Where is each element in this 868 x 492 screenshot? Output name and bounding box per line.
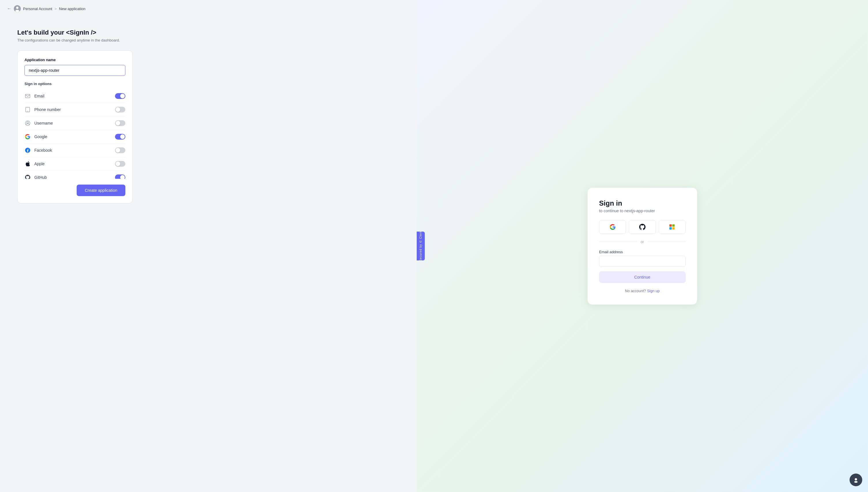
page-subtitle: The configurations can be changed anytim… xyxy=(17,38,399,42)
github-toggle[interactable] xyxy=(115,174,125,179)
email-address-label: Email address xyxy=(599,250,686,254)
chat-support-button[interactable] xyxy=(849,473,862,486)
microsoft-oauth-button[interactable] xyxy=(659,220,686,234)
microsoft-icon xyxy=(669,224,675,229)
svg-point-9 xyxy=(854,481,858,483)
apple-toggle[interactable] xyxy=(115,161,125,167)
phone-toggle[interactable] xyxy=(115,107,125,113)
svg-point-8 xyxy=(855,478,857,481)
signin-title: Sign in xyxy=(599,199,686,207)
phone-icon xyxy=(25,106,31,113)
left-panel: ← Personal Account > New application Let… xyxy=(0,0,417,492)
option-row-email: Email xyxy=(25,90,125,103)
continue-button[interactable]: Continue xyxy=(599,271,686,283)
oauth-buttons xyxy=(599,220,686,234)
google-oauth-button[interactable] xyxy=(599,220,626,234)
or-divider: or xyxy=(599,240,686,244)
back-button[interactable]: ← xyxy=(7,6,11,11)
github-label: GitHub xyxy=(34,175,47,179)
signin-options-label: Sign in options xyxy=(25,82,125,86)
facebook-toggle[interactable] xyxy=(115,147,125,153)
apple-icon xyxy=(25,161,31,167)
option-row-phone: Phone number xyxy=(25,103,125,117)
username-label: Username xyxy=(34,121,53,125)
github-icon xyxy=(25,174,31,179)
svg-point-6 xyxy=(27,122,29,123)
sign-up-link[interactable]: Sign up xyxy=(647,289,660,293)
facebook-icon xyxy=(25,147,31,153)
username-icon xyxy=(25,120,31,126)
or-text: or xyxy=(641,240,644,244)
google-toggle[interactable] xyxy=(115,134,125,140)
apple-label: Apple xyxy=(34,162,45,166)
config-card: Application name Sign in options Email xyxy=(17,50,133,203)
svg-rect-3 xyxy=(25,94,30,98)
option-row-username: Username xyxy=(25,117,125,130)
options-list: Email Phone number xyxy=(25,90,125,179)
clerk-ribbon: Secured by ∈ Clerk xyxy=(417,231,425,261)
signin-preview-card: Sign in to continue to nextjs-app-router xyxy=(587,188,697,304)
app-name-label: Application name xyxy=(25,58,125,62)
email-toggle[interactable] xyxy=(115,93,125,99)
new-app-label: New application xyxy=(59,7,86,11)
option-row-apple: Apple xyxy=(25,157,125,171)
right-panel: Secured by ∈ Clerk Sign in to continue t… xyxy=(417,0,868,492)
svg-point-1 xyxy=(16,7,19,9)
username-toggle[interactable] xyxy=(115,120,125,126)
email-icon xyxy=(25,93,31,99)
email-address-input[interactable] xyxy=(599,256,686,267)
clerk-ribbon-text: Secured by ∈ Clerk xyxy=(419,231,422,261)
create-application-button[interactable]: Create application xyxy=(77,184,125,196)
facebook-label: Facebook xyxy=(34,148,52,152)
page-title: Let's build your <SignIn /> xyxy=(17,29,399,36)
breadcrumb-separator: > xyxy=(54,7,57,11)
app-name-input[interactable] xyxy=(25,65,125,76)
svg-point-2 xyxy=(15,10,19,12)
email-label: Email xyxy=(34,94,44,98)
option-row-github: GitHub xyxy=(25,171,125,179)
option-row-facebook: Facebook xyxy=(25,144,125,157)
google-label: Google xyxy=(34,134,47,139)
signin-subtitle: to continue to nextjs-app-router xyxy=(599,208,686,213)
avatar xyxy=(14,5,21,12)
create-btn-wrap: Create application xyxy=(25,179,125,196)
github-oauth-button[interactable] xyxy=(629,220,656,234)
account-label: Personal Account xyxy=(23,7,52,11)
phone-label: Phone number xyxy=(34,107,61,112)
google-icon xyxy=(25,133,31,140)
top-nav: ← Personal Account > New application xyxy=(0,0,417,17)
svg-point-4 xyxy=(27,111,28,111)
main-content: Let's build your <SignIn /> The configur… xyxy=(0,17,417,492)
no-account-text: No account? Sign up xyxy=(599,289,686,293)
option-row-google: Google xyxy=(25,130,125,144)
